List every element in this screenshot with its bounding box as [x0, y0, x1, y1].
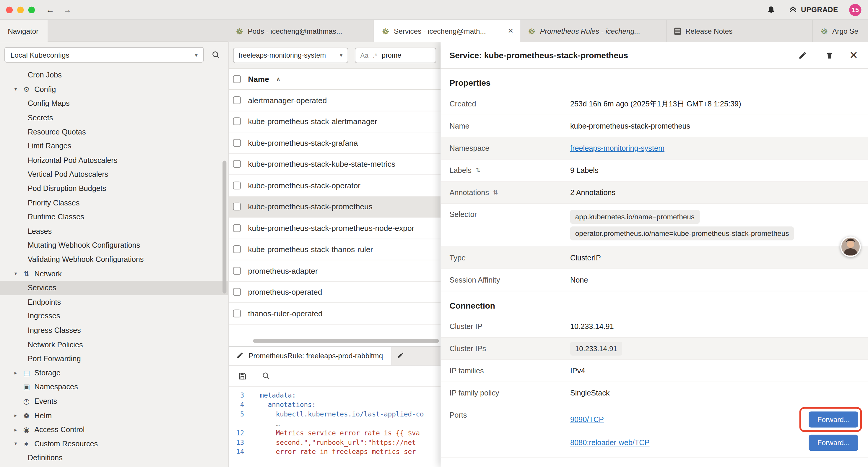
- match-case-icon[interactable]: Aa: [360, 51, 368, 59]
- sidebar-item-access-control[interactable]: ▸◉Access Control: [0, 422, 228, 437]
- table-row-kube-prometheus-stack-alertmanager[interactable]: kube-prometheus-stack-alertmanager: [229, 111, 441, 133]
- sidebar-search-icon[interactable]: [209, 48, 222, 61]
- tab-prometheus-rules-icecheng[interactable]: ☸Prometheus Rules - icecheng...: [520, 20, 666, 42]
- sidebar-item-network[interactable]: ▾⇅Network: [0, 267, 228, 281]
- sidebar-item-validating-webhook-configurations[interactable]: Validating Webhook Configurations: [0, 253, 228, 267]
- row-checkbox[interactable]: [233, 203, 241, 210]
- forward-arrow-icon[interactable]: →: [63, 5, 71, 14]
- sidebar-item-custom-resources[interactable]: ▾∗Custom Resources: [0, 437, 228, 451]
- navigator-panel-tab[interactable]: Navigator: [0, 20, 48, 42]
- sidebar-item-cron-jobs[interactable]: Cron Jobs: [0, 68, 228, 82]
- sidebar-item-services[interactable]: Services: [0, 281, 228, 295]
- select-all-checkbox[interactable]: [233, 75, 241, 83]
- user-avatar[interactable]: [840, 236, 861, 257]
- caret-expanded-icon[interactable]: ▾: [14, 271, 23, 276]
- sidebar-item-label: Custom Resources: [34, 439, 98, 448]
- save-icon[interactable]: [236, 369, 249, 382]
- sidebar-item-endpoints[interactable]: Endpoints: [0, 295, 228, 309]
- sidebar-item-limit-ranges[interactable]: Limit Ranges: [0, 139, 228, 153]
- caret-expanded-icon[interactable]: ▾: [14, 87, 23, 92]
- edit-pencil-icon[interactable]: [796, 49, 809, 62]
- close-icon[interactable]: ✕: [849, 50, 858, 61]
- search-input[interactable]: Aa .* prome: [355, 47, 436, 63]
- port-link[interactable]: 8080:reloader-web/TCP: [570, 438, 650, 447]
- table-row-kube-prometheus-stack-grafana[interactable]: kube-prometheus-stack-grafana: [229, 133, 441, 154]
- kubeconfig-select[interactable]: Local Kubeconfigs ▾: [4, 47, 204, 62]
- sidebar-item-definitions[interactable]: Definitions: [0, 451, 228, 465]
- table-row-prometheus-adapter[interactable]: prometheus-adapter: [229, 260, 441, 282]
- port-link[interactable]: 9090/TCP: [570, 415, 604, 423]
- row-checkbox[interactable]: [233, 96, 241, 104]
- table-row-thanos-ruler-operated[interactable]: thanos-ruler-operated: [229, 303, 441, 324]
- namespace-select[interactable]: freeleaps-monitoring-system ▾: [233, 47, 348, 63]
- expand-toggle-icon[interactable]: ⇅: [475, 167, 480, 174]
- horizontal-scrollbar[interactable]: [253, 339, 439, 343]
- sidebar-item-mutating-webhook-configurations[interactable]: Mutating Webhook Configurations: [0, 238, 228, 253]
- tab-services-icecheng-math[interactable]: ☸Services - icecheng@math...×: [374, 20, 521, 42]
- row-checkbox[interactable]: [233, 245, 241, 253]
- forward-button[interactable]: Forward...: [809, 435, 858, 450]
- sidebar-item-secrets[interactable]: Secrets: [0, 111, 228, 125]
- editor-code[interactable]: 3 metadata:4 annotations:5 kubectl.kuber…: [229, 387, 441, 457]
- caret-expanded-icon[interactable]: ▾: [14, 441, 23, 447]
- delete-trash-icon[interactable]: [823, 49, 836, 62]
- tab-argo-se[interactable]: ☸Argo Se: [813, 20, 868, 42]
- caret-collapsed-icon[interactable]: ▸: [14, 413, 23, 418]
- table-row-kube-prometheus-stack-thanos-ruler[interactable]: kube-prometheus-stack-thanos-ruler: [229, 239, 441, 260]
- sidebar-item-port-forwarding[interactable]: Port Forwarding: [0, 352, 228, 366]
- sidebar-item-vertical-pod-autoscalers[interactable]: Vertical Pod Autoscalers: [0, 167, 228, 181]
- row-checkbox[interactable]: [233, 310, 241, 317]
- back-arrow-icon[interactable]: ←: [46, 5, 54, 14]
- row-checkbox[interactable]: [233, 224, 241, 232]
- tab-pods-icecheng-mathmas[interactable]: ☸Pods - icecheng@mathmas...: [228, 20, 374, 42]
- table-row-kube-prometheus-stack-operator[interactable]: kube-prometheus-stack-operator: [229, 175, 441, 196]
- sidebar-item-resource-quotas[interactable]: Resource Quotas: [0, 125, 228, 139]
- expand-toggle-icon[interactable]: ⇅: [493, 189, 498, 196]
- table-row-prometheus-operated[interactable]: prometheus-operated: [229, 282, 441, 303]
- table-row-kube-prometheus-stack-prometheus[interactable]: kube-prometheus-stack-prometheus: [229, 196, 441, 217]
- sort-asc-icon[interactable]: ∧: [276, 76, 280, 82]
- sidebar-item-ingresses[interactable]: Ingresses: [0, 309, 228, 323]
- notification-count-badge[interactable]: 15: [849, 4, 861, 16]
- sidebar-item-horizontal-pod-autoscalers[interactable]: Horizontal Pod Autoscalers: [0, 153, 228, 167]
- sidebar-item-namespaces[interactable]: ▣Namespaces: [0, 380, 228, 394]
- tab-release-notes[interactable]: Release Notes: [666, 20, 813, 42]
- upgrade-button[interactable]: UPGRADE: [789, 5, 838, 15]
- table-row-alertmanager-operated[interactable]: alertmanager-operated: [229, 90, 441, 111]
- row-checkbox[interactable]: [233, 267, 241, 274]
- row-checkbox[interactable]: [233, 118, 241, 125]
- forward-button[interactable]: Forward...: [809, 411, 858, 427]
- table-row-kube-prometheus-stack-prometheus-node-expor[interactable]: kube-prometheus-stack-prometheus-node-ex…: [229, 217, 441, 239]
- sidebar-item-config[interactable]: ▾⚙Config: [0, 82, 228, 96]
- sidebar-item-network-policies[interactable]: Network Policies: [0, 338, 228, 352]
- detail-label: Name: [450, 122, 570, 130]
- caret-collapsed-icon[interactable]: ▸: [14, 427, 23, 432]
- sidebar-item-config-maps[interactable]: Config Maps: [0, 96, 228, 111]
- row-checkbox[interactable]: [233, 181, 241, 189]
- row-checkbox[interactable]: [233, 288, 241, 296]
- close-window-button[interactable]: [6, 6, 13, 13]
- sidebar-item-leases[interactable]: Leases: [0, 224, 228, 238]
- sidebar-item-runtime-classes[interactable]: Runtime Classes: [0, 210, 228, 224]
- sidebar-item-storage[interactable]: ▸▤Storage: [0, 366, 228, 380]
- notifications-bell-icon[interactable]: [764, 3, 778, 16]
- dock-tab-prometheusrule[interactable]: PrometheusRule: freeleaps-prod-rabbitmq: [229, 347, 391, 365]
- table-row-kube-prometheus-stack-kube-state-metrics[interactable]: kube-prometheus-stack-kube-state-metrics: [229, 154, 441, 175]
- sidebar-item-priority-classes[interactable]: Priority Classes: [0, 196, 228, 210]
- minimize-window-button[interactable]: [17, 6, 24, 13]
- namespace-link[interactable]: freeleaps-monitoring-system: [570, 144, 664, 152]
- row-checkbox[interactable]: [233, 160, 241, 168]
- sidebar-item-ingress-classes[interactable]: Ingress Classes: [0, 323, 228, 338]
- zoom-window-button[interactable]: [28, 6, 35, 13]
- row-checkbox[interactable]: [233, 139, 241, 147]
- sidebar-item-helm[interactable]: ▸☸Helm: [0, 408, 228, 422]
- dock-tab-partial[interactable]: [391, 347, 409, 365]
- name-column-header[interactable]: Name: [248, 75, 269, 83]
- sidebar-scrollbar[interactable]: [222, 160, 226, 293]
- caret-collapsed-icon[interactable]: ▸: [14, 370, 23, 376]
- editor-search-icon[interactable]: [259, 369, 272, 382]
- sidebar-item-pod-disruption-budgets[interactable]: Pod Disruption Budgets: [0, 181, 228, 196]
- sidebar-item-events[interactable]: ◷Events: [0, 394, 228, 408]
- regex-icon[interactable]: .*: [373, 51, 377, 59]
- close-tab-icon[interactable]: ×: [507, 26, 514, 36]
